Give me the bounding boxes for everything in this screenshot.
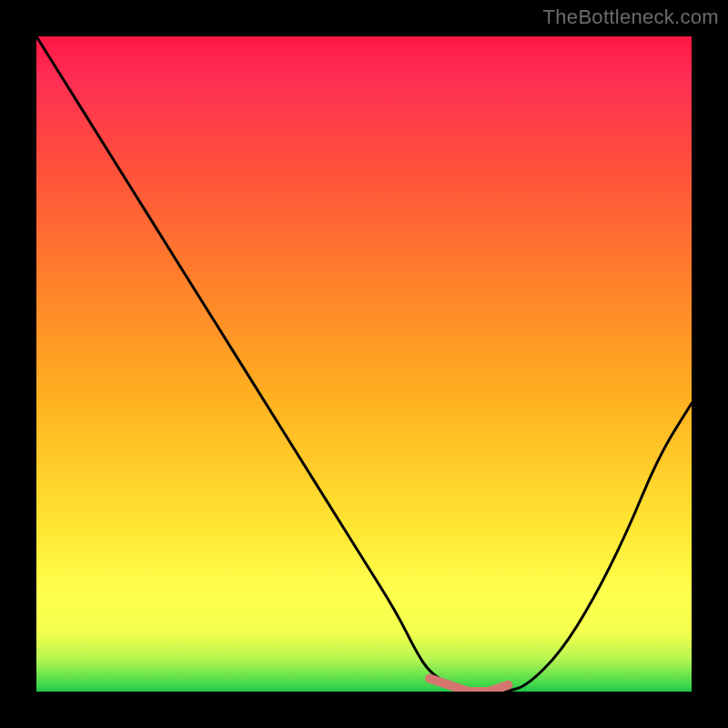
plot-area [36,36,692,692]
bottleneck-curve [36,36,692,692]
curve-layer [36,36,692,692]
flat-segment-highlight [430,679,508,692]
watermark-text: TheBottleneck.com [543,5,719,29]
chart-frame: TheBottleneck.com [0,0,728,728]
